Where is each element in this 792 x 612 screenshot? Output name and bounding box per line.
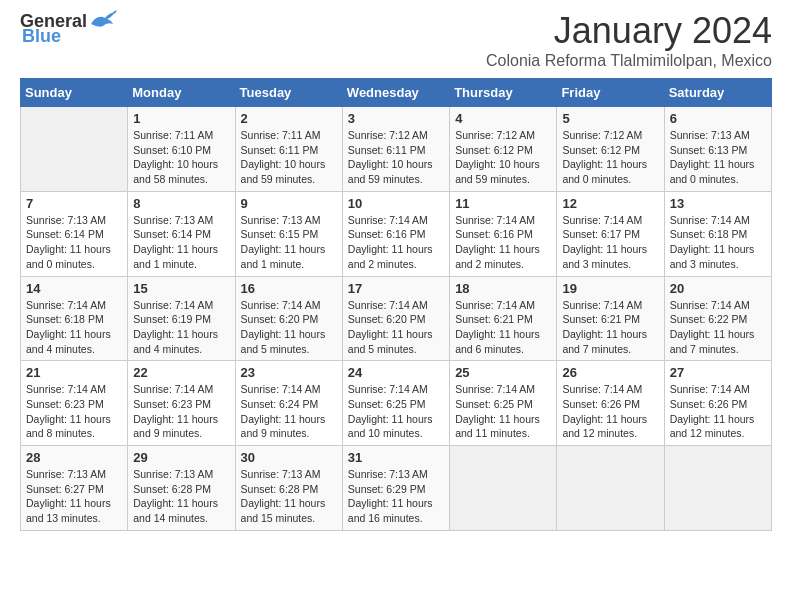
calendar-week-row: 21Sunrise: 7:14 AM Sunset: 6:23 PM Dayli… — [21, 361, 772, 446]
day-number: 5 — [562, 111, 658, 126]
calendar-cell: 17Sunrise: 7:14 AM Sunset: 6:20 PM Dayli… — [342, 276, 449, 361]
day-info: Sunrise: 7:14 AM Sunset: 6:21 PM Dayligh… — [562, 298, 658, 357]
day-number: 2 — [241, 111, 337, 126]
calendar-header-row: SundayMondayTuesdayWednesdayThursdayFrid… — [21, 79, 772, 107]
calendar-cell: 21Sunrise: 7:14 AM Sunset: 6:23 PM Dayli… — [21, 361, 128, 446]
day-number: 9 — [241, 196, 337, 211]
day-info: Sunrise: 7:13 AM Sunset: 6:14 PM Dayligh… — [26, 213, 122, 272]
day-info: Sunrise: 7:13 AM Sunset: 6:29 PM Dayligh… — [348, 467, 444, 526]
day-number: 20 — [670, 281, 766, 296]
calendar-cell: 1Sunrise: 7:11 AM Sunset: 6:10 PM Daylig… — [128, 107, 235, 192]
calendar-cell: 26Sunrise: 7:14 AM Sunset: 6:26 PM Dayli… — [557, 361, 664, 446]
day-number: 15 — [133, 281, 229, 296]
day-info: Sunrise: 7:14 AM Sunset: 6:16 PM Dayligh… — [348, 213, 444, 272]
day-info: Sunrise: 7:13 AM Sunset: 6:15 PM Dayligh… — [241, 213, 337, 272]
day-info: Sunrise: 7:14 AM Sunset: 6:17 PM Dayligh… — [562, 213, 658, 272]
day-info: Sunrise: 7:14 AM Sunset: 6:20 PM Dayligh… — [348, 298, 444, 357]
calendar-cell: 2Sunrise: 7:11 AM Sunset: 6:11 PM Daylig… — [235, 107, 342, 192]
day-of-week-header: Friday — [557, 79, 664, 107]
calendar-cell: 6Sunrise: 7:13 AM Sunset: 6:13 PM Daylig… — [664, 107, 771, 192]
calendar-cell: 18Sunrise: 7:14 AM Sunset: 6:21 PM Dayli… — [450, 276, 557, 361]
day-info: Sunrise: 7:14 AM Sunset: 6:23 PM Dayligh… — [26, 382, 122, 441]
calendar-cell: 23Sunrise: 7:14 AM Sunset: 6:24 PM Dayli… — [235, 361, 342, 446]
day-info: Sunrise: 7:13 AM Sunset: 6:28 PM Dayligh… — [241, 467, 337, 526]
calendar-cell: 19Sunrise: 7:14 AM Sunset: 6:21 PM Dayli… — [557, 276, 664, 361]
calendar-cell: 28Sunrise: 7:13 AM Sunset: 6:27 PM Dayli… — [21, 446, 128, 531]
day-number: 29 — [133, 450, 229, 465]
day-info: Sunrise: 7:14 AM Sunset: 6:20 PM Dayligh… — [241, 298, 337, 357]
day-info: Sunrise: 7:14 AM Sunset: 6:18 PM Dayligh… — [26, 298, 122, 357]
calendar-week-row: 14Sunrise: 7:14 AM Sunset: 6:18 PM Dayli… — [21, 276, 772, 361]
day-info: Sunrise: 7:14 AM Sunset: 6:19 PM Dayligh… — [133, 298, 229, 357]
day-number: 3 — [348, 111, 444, 126]
day-info: Sunrise: 7:13 AM Sunset: 6:13 PM Dayligh… — [670, 128, 766, 187]
day-number: 18 — [455, 281, 551, 296]
day-number: 11 — [455, 196, 551, 211]
calendar-cell: 16Sunrise: 7:14 AM Sunset: 6:20 PM Dayli… — [235, 276, 342, 361]
logo: General Blue — [20, 10, 117, 47]
calendar-subtitle: Colonia Reforma Tlalmimilolpan, Mexico — [486, 52, 772, 70]
day-number: 16 — [241, 281, 337, 296]
day-info: Sunrise: 7:14 AM Sunset: 6:18 PM Dayligh… — [670, 213, 766, 272]
day-number: 7 — [26, 196, 122, 211]
day-info: Sunrise: 7:12 AM Sunset: 6:11 PM Dayligh… — [348, 128, 444, 187]
calendar-cell: 5Sunrise: 7:12 AM Sunset: 6:12 PM Daylig… — [557, 107, 664, 192]
title-area: January 2024 Colonia Reforma Tlalmimilol… — [486, 10, 772, 70]
day-number: 8 — [133, 196, 229, 211]
day-number: 21 — [26, 365, 122, 380]
calendar-cell: 3Sunrise: 7:12 AM Sunset: 6:11 PM Daylig… — [342, 107, 449, 192]
day-number: 28 — [26, 450, 122, 465]
day-info: Sunrise: 7:14 AM Sunset: 6:25 PM Dayligh… — [348, 382, 444, 441]
day-number: 17 — [348, 281, 444, 296]
day-number: 10 — [348, 196, 444, 211]
calendar-week-row: 28Sunrise: 7:13 AM Sunset: 6:27 PM Dayli… — [21, 446, 772, 531]
day-info: Sunrise: 7:14 AM Sunset: 6:26 PM Dayligh… — [670, 382, 766, 441]
calendar-cell: 4Sunrise: 7:12 AM Sunset: 6:12 PM Daylig… — [450, 107, 557, 192]
calendar-cell: 10Sunrise: 7:14 AM Sunset: 6:16 PM Dayli… — [342, 191, 449, 276]
calendar-cell — [21, 107, 128, 192]
day-number: 30 — [241, 450, 337, 465]
page-header: General Blue January 2024 Colonia Reform… — [20, 10, 772, 70]
day-info: Sunrise: 7:14 AM Sunset: 6:21 PM Dayligh… — [455, 298, 551, 357]
calendar-cell: 8Sunrise: 7:13 AM Sunset: 6:14 PM Daylig… — [128, 191, 235, 276]
day-of-week-header: Monday — [128, 79, 235, 107]
day-info: Sunrise: 7:14 AM Sunset: 6:22 PM Dayligh… — [670, 298, 766, 357]
day-info: Sunrise: 7:13 AM Sunset: 6:27 PM Dayligh… — [26, 467, 122, 526]
day-info: Sunrise: 7:13 AM Sunset: 6:14 PM Dayligh… — [133, 213, 229, 272]
day-info: Sunrise: 7:14 AM Sunset: 6:26 PM Dayligh… — [562, 382, 658, 441]
calendar-cell — [664, 446, 771, 531]
day-number: 19 — [562, 281, 658, 296]
calendar-cell: 9Sunrise: 7:13 AM Sunset: 6:15 PM Daylig… — [235, 191, 342, 276]
day-of-week-header: Tuesday — [235, 79, 342, 107]
calendar-cell: 14Sunrise: 7:14 AM Sunset: 6:18 PM Dayli… — [21, 276, 128, 361]
calendar-week-row: 7Sunrise: 7:13 AM Sunset: 6:14 PM Daylig… — [21, 191, 772, 276]
day-number: 14 — [26, 281, 122, 296]
day-number: 22 — [133, 365, 229, 380]
day-number: 1 — [133, 111, 229, 126]
calendar-cell: 27Sunrise: 7:14 AM Sunset: 6:26 PM Dayli… — [664, 361, 771, 446]
day-number: 24 — [348, 365, 444, 380]
calendar-cell: 30Sunrise: 7:13 AM Sunset: 6:28 PM Dayli… — [235, 446, 342, 531]
calendar-cell: 29Sunrise: 7:13 AM Sunset: 6:28 PM Dayli… — [128, 446, 235, 531]
calendar-cell: 13Sunrise: 7:14 AM Sunset: 6:18 PM Dayli… — [664, 191, 771, 276]
day-of-week-header: Sunday — [21, 79, 128, 107]
day-of-week-header: Thursday — [450, 79, 557, 107]
day-number: 27 — [670, 365, 766, 380]
day-info: Sunrise: 7:14 AM Sunset: 6:25 PM Dayligh… — [455, 382, 551, 441]
calendar-cell — [557, 446, 664, 531]
day-of-week-header: Wednesday — [342, 79, 449, 107]
day-number: 31 — [348, 450, 444, 465]
calendar-week-row: 1Sunrise: 7:11 AM Sunset: 6:10 PM Daylig… — [21, 107, 772, 192]
logo-bird-icon — [89, 10, 117, 32]
calendar-title: January 2024 — [486, 10, 772, 52]
day-info: Sunrise: 7:11 AM Sunset: 6:10 PM Dayligh… — [133, 128, 229, 187]
day-number: 26 — [562, 365, 658, 380]
day-info: Sunrise: 7:13 AM Sunset: 6:28 PM Dayligh… — [133, 467, 229, 526]
calendar-cell: 15Sunrise: 7:14 AM Sunset: 6:19 PM Dayli… — [128, 276, 235, 361]
calendar-cell: 12Sunrise: 7:14 AM Sunset: 6:17 PM Dayli… — [557, 191, 664, 276]
day-number: 13 — [670, 196, 766, 211]
day-number: 4 — [455, 111, 551, 126]
day-number: 23 — [241, 365, 337, 380]
day-info: Sunrise: 7:12 AM Sunset: 6:12 PM Dayligh… — [455, 128, 551, 187]
day-info: Sunrise: 7:11 AM Sunset: 6:11 PM Dayligh… — [241, 128, 337, 187]
